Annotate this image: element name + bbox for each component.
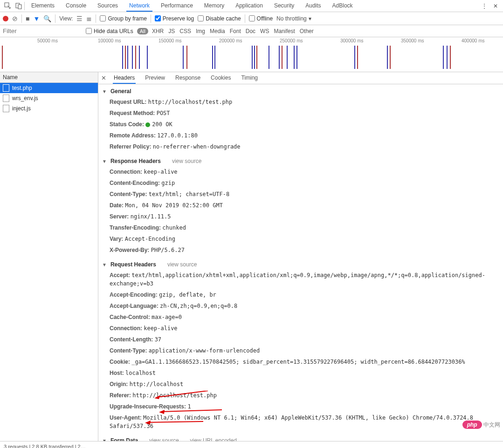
request-row[interactable]: inject.js — [0, 103, 98, 114]
preserve-log-checkbox[interactable]: Preserve log — [155, 15, 194, 22]
header-value: max-age=0 — [152, 314, 182, 320]
header-key: Accept-Encoding: — [110, 292, 159, 298]
view-url-encoded-link[interactable]: view URL encoded — [190, 437, 237, 441]
caret-down-icon: ▼ — [102, 159, 107, 164]
timeline-bar — [186, 46, 187, 69]
timeline-overview[interactable]: 50000 ms100000 ms150000 ms200000 ms25000… — [0, 37, 503, 72]
inspect-icon[interactable] — [2, 0, 13, 12]
header-key: Date: — [110, 202, 125, 209]
filter-type-css[interactable]: CSS — [179, 28, 191, 34]
tab-elements[interactable]: Elements — [28, 0, 57, 12]
header-key: User-Agent: — [110, 414, 143, 421]
svg-line-3 — [157, 391, 208, 397]
section-header[interactable]: ▼Request Headersview source — [98, 259, 503, 270]
details-tabs: ✕ HeadersPreviewResponseCookiesTiming — [98, 72, 503, 84]
header-row: Accept-Language: zh-CN,zh;q=0.9,en;q=0.8 — [98, 300, 503, 312]
group-by-frame-checkbox[interactable]: Group by frame — [100, 15, 146, 22]
header-value: http://localhost — [130, 381, 184, 387]
annotation-arrow — [159, 407, 224, 414]
request-row[interactable]: wrs_env.js — [0, 93, 98, 103]
name-column-header[interactable]: Name — [0, 72, 98, 83]
tab-application[interactable]: Application — [233, 0, 266, 12]
throttling-select[interactable]: No throttling ▾ — [276, 15, 311, 22]
header-value: keep-alive — [144, 169, 177, 175]
timeline-tick: 300000 ms — [340, 38, 363, 43]
timeline-bar — [294, 46, 295, 69]
filter-type-media[interactable]: Media — [210, 28, 225, 34]
tab-memory[interactable]: Memory — [201, 0, 227, 12]
timeline-bar — [387, 46, 388, 69]
requests-pane: Name test.phpwrs_env.jsinject.js — [0, 72, 98, 441]
large-rows-icon[interactable]: ☰ — [76, 15, 83, 22]
section-title: Request Headers — [110, 261, 156, 268]
clear-icon[interactable]: ⊘ — [12, 15, 18, 22]
header-key: Content-Length: — [110, 336, 155, 343]
device-toggle-icon[interactable] — [13, 0, 24, 12]
details-tab-headers[interactable]: Headers — [113, 73, 136, 84]
section-header[interactable]: ▼General — [98, 86, 503, 96]
timeline-bar — [450, 46, 451, 69]
timeline-bar — [122, 46, 123, 69]
filter-type-ws[interactable]: WS — [260, 28, 269, 34]
filter-input[interactable] — [0, 26, 83, 36]
request-name: test.php — [12, 85, 32, 91]
tab-performance[interactable]: Performance — [158, 0, 196, 12]
view-source-link[interactable]: view source — [167, 261, 197, 268]
tab-security[interactable]: Security — [271, 0, 297, 12]
caret-down-icon: ▼ — [102, 89, 107, 94]
file-icon — [3, 84, 9, 92]
close-details-icon[interactable]: ✕ — [101, 75, 106, 81]
view-label: View: — [59, 15, 73, 22]
record-button[interactable] — [3, 16, 8, 21]
svg-marker-6 — [159, 410, 165, 414]
filter-type-img[interactable]: Img — [196, 28, 205, 34]
header-row: Request Method: POST — [98, 108, 503, 119]
filter-type-font[interactable]: Font — [230, 28, 241, 34]
svg-line-5 — [161, 410, 222, 412]
filter-icon[interactable]: ▼ — [33, 15, 40, 22]
section-response-headers: ▼Response Headersview sourceConnection: … — [98, 154, 503, 258]
header-value: text/html; charset=UTF-8 — [149, 191, 229, 197]
details-tab-timing[interactable]: Timing — [240, 73, 259, 84]
filter-type-js[interactable]: JS — [168, 28, 175, 34]
header-key: Content-Type: — [110, 347, 149, 354]
request-row[interactable]: test.php — [0, 83, 98, 93]
view-source-link[interactable]: view source — [149, 437, 179, 441]
view-source-link[interactable]: view source — [172, 158, 201, 164]
hide-data-urls-checkbox[interactable]: Hide data URLs — [86, 28, 133, 34]
tab-console[interactable]: Console — [63, 0, 89, 12]
timeline-bar — [443, 46, 444, 69]
waterfall-icon[interactable]: ≣ — [86, 15, 92, 22]
disable-cache-checkbox[interactable]: Disable cache — [198, 15, 241, 22]
search-icon[interactable]: 🔍 — [43, 15, 51, 22]
kebab-menu-icon[interactable]: ⋮ — [479, 0, 490, 12]
timeline-bar — [256, 46, 257, 69]
svg-marker-8 — [145, 421, 151, 425]
tab-adblock[interactable]: AdBlock — [330, 0, 356, 12]
header-key: Transfer-Encoding: — [110, 224, 162, 231]
close-icon[interactable]: ✕ — [490, 0, 501, 12]
file-icon — [3, 105, 9, 112]
tab-sources[interactable]: Sources — [95, 0, 121, 12]
filter-type-manifest[interactable]: Manifest — [274, 28, 295, 34]
filter-type-xhr[interactable]: XHR — [152, 28, 164, 34]
filter-all-pill[interactable]: All — [137, 28, 148, 34]
devtools-main-toolbar: ElementsConsoleSourcesNetworkPerformance… — [0, 0, 503, 12]
details-tab-preview[interactable]: Preview — [144, 73, 166, 84]
filter-type-other[interactable]: Other — [300, 28, 314, 34]
offline-checkbox[interactable]: Offline — [249, 15, 273, 22]
section-header[interactable]: ▼Response Headersview source — [98, 156, 503, 166]
section-header[interactable]: ▼Form Dataview sourceview URL encoded — [98, 435, 503, 441]
tab-network[interactable]: Network — [126, 0, 152, 12]
section-general: ▼GeneralRequest URL: http://localhost/te… — [98, 84, 503, 154]
timeline-bar — [147, 46, 148, 69]
header-row: X-Powered-By: PHP/5.6.27 — [98, 244, 503, 256]
header-row: Content-Type: application/x-www-form-url… — [98, 345, 503, 356]
details-tab-cookies[interactable]: Cookies — [210, 73, 232, 84]
timeline-bar — [252, 46, 253, 69]
tab-audits[interactable]: Audits — [303, 0, 324, 12]
header-value: gzip, deflate, br — [159, 292, 216, 298]
filter-type-doc[interactable]: Doc — [246, 28, 255, 34]
camera-icon[interactable]: ■ — [26, 15, 29, 22]
details-tab-response[interactable]: Response — [174, 73, 201, 84]
